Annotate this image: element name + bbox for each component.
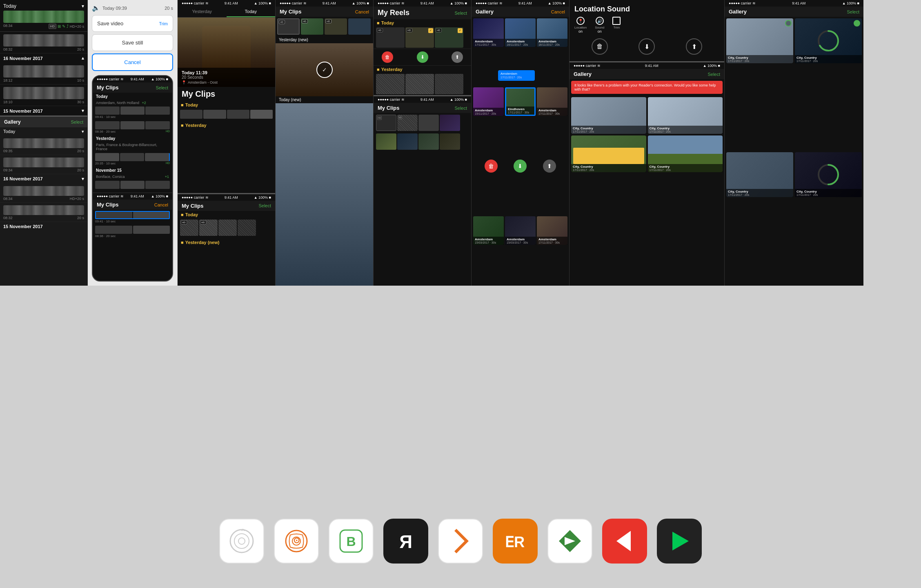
gallery-bottom-2[interactable]: Amsterdam 15/03/2017 · 30s xyxy=(505,216,536,245)
nov15-header-1[interactable]: 15 November 2017 ▾ xyxy=(0,106,87,115)
panel-gallery-cities: ●●●●● carrier ≋ 9:41 AM ▲ 100% ■ Gallery… xyxy=(472,0,570,286)
cancel-btn[interactable]: Cancel xyxy=(92,53,173,71)
gallery-nav-9: Gallery Select xyxy=(725,7,863,17)
carrier-5: ●●●●● carrier ≋ xyxy=(280,1,307,5)
app-icon-red-play[interactable] xyxy=(602,519,647,564)
carrier-6: ●●●●● carrier ≋ xyxy=(378,1,405,5)
share-action-2[interactable]: ⬆ xyxy=(452,51,463,63)
my-clips-title-4: My Clips xyxy=(182,89,215,98)
gallery-today-header[interactable]: Today ▾ xyxy=(0,127,87,136)
clip-list-4: ■Today ■Yesterday xyxy=(178,101,275,193)
gallery-time-1: 09:35 xyxy=(3,149,13,153)
app-icon-dark-green-play[interactable] xyxy=(657,519,702,564)
gallery-fireworks[interactable]: Amsterdam 17/11/2017 · 30s xyxy=(473,18,504,47)
tab-today-label: Today xyxy=(245,9,257,14)
gallery-bottom-3[interactable]: Amsterdam 17/11/2017 · 30s xyxy=(537,216,567,245)
battery-8: ▲ 100% ■ xyxy=(703,64,720,68)
city-item-2[interactable]: City, Country 17/11/2017 · 20s xyxy=(648,97,723,134)
gallery-select-8[interactable]: Select xyxy=(707,72,720,77)
app-icon-reel-orange[interactable]: ⊙ xyxy=(274,519,319,564)
panel-gallery-progress: ●●●●● carrier ≋ 9:41 AM ▲ 100% ■ Gallery… xyxy=(725,0,863,286)
save-still-btn[interactable]: Save still xyxy=(92,34,173,51)
my-clips-nav-4b: My Clips Select xyxy=(178,201,275,211)
my-reels-title: My Reels xyxy=(378,9,409,17)
share-circle-icon[interactable]: ⬆ xyxy=(686,38,702,55)
ts-1 xyxy=(180,110,202,119)
reels-select-btn[interactable]: Select xyxy=(454,11,467,16)
pi-2-date: 17/11/2017 · 20s xyxy=(796,60,860,62)
gallery-selected[interactable]: Amsterdam 17/11/2017 · 20s Eindhoven 17/… xyxy=(505,87,536,116)
pi-4-date: 17/11/2017 · 20s xyxy=(796,193,860,196)
gallery-concert[interactable]: Amsterdam 15/11/2017 · 20s xyxy=(473,87,504,116)
cancel-btn-3[interactable]: Cancel xyxy=(154,202,168,207)
share-action[interactable]: 🗑 xyxy=(382,51,393,63)
gallery-download-icon[interactable]: ⬇ xyxy=(514,160,527,173)
city-item-3[interactable]: City, Country 17/11/2017 · 20s xyxy=(571,135,646,172)
time-4b: 9:41 AM xyxy=(225,195,238,200)
today-header[interactable]: Today ▾ xyxy=(3,2,84,10)
select-btn-6b[interactable]: Select xyxy=(454,106,467,111)
blurred-grid-6b: HD Vh xyxy=(374,113,471,133)
cancel-btn-5[interactable]: Cancel xyxy=(355,9,369,14)
delete-circle-icon[interactable]: 🗑 xyxy=(592,38,608,55)
gallery-delete-icon[interactable]: 🗑 xyxy=(485,160,498,173)
app-icon-green-triangle[interactable] xyxy=(547,519,592,564)
progress-item-4[interactable]: City, Country 17/11/2017 · 20s xyxy=(795,152,862,197)
reels-today-text: Today xyxy=(381,20,394,25)
save-duration: 20 s xyxy=(165,6,173,11)
gallery-select-9[interactable]: Select xyxy=(847,9,859,14)
carrier-4b: ●●●●● carrier ≋ xyxy=(182,195,209,200)
location-toggle: 📍 Location on xyxy=(574,17,587,33)
reels-yesterday-grid xyxy=(374,73,471,95)
gallery-select-btn[interactable]: Select xyxy=(71,120,83,124)
gallery-bottom-1[interactable]: Amsterdam 15/03/2017 · 30s xyxy=(473,216,504,245)
download-action[interactable]: ⬇ xyxy=(417,51,428,63)
yesterday-location-2: Paris, France & Boulogne-Billancourt, Fr… xyxy=(93,142,172,152)
gallery-nov16-header[interactable]: 16 November 2017 ▾ xyxy=(0,174,87,184)
save-video-btn[interactable]: Save video Trim xyxy=(92,15,173,32)
download-icon: ⬇ xyxy=(417,51,428,63)
gallery-amsterdam-2[interactable]: Amsterdam 17/11/2017 · 30s xyxy=(537,87,567,116)
status-bar-6: ●●●●● carrier ≋ 9:41 AM ▲ 100% ■ xyxy=(374,0,471,7)
today-label: Today xyxy=(3,3,16,9)
tab-today[interactable]: Today xyxy=(227,7,276,17)
nov15-label-2: November 15 xyxy=(96,168,122,173)
gallery-cancel-7[interactable]: Cancel xyxy=(551,9,565,14)
select-btn-4b[interactable]: Select xyxy=(258,203,271,208)
pi-3-city: City, Country xyxy=(728,190,792,193)
gallery-dur-3: HD+20 s xyxy=(70,197,84,201)
progress-item-3[interactable]: City, Country 17/11/2017 · 20s xyxy=(726,152,793,197)
battery-5: ▲ 100% ■ xyxy=(352,1,369,5)
reels-action-bar: 🗑 ⬇ ⬆ xyxy=(374,49,471,66)
clip-duration-1: HD+20 s xyxy=(70,24,84,29)
city-item-1[interactable]: City, Country 17/11/2017 · 20s xyxy=(571,97,646,134)
tab-yesterday[interactable]: Yesterday xyxy=(178,7,227,17)
gallery-action[interactable]: Amsterdam 16/11/2017 · 20s xyxy=(537,18,567,47)
location-2: Amsterdam, North Holland +2 xyxy=(93,100,172,105)
gallery-waveform-1 xyxy=(3,138,84,148)
chevron-orange-svg xyxy=(446,527,475,555)
clip-icons: ⊞ ✎ ⤴ xyxy=(58,24,69,29)
download-circle-icon[interactable]: ⬇ xyxy=(638,38,655,55)
battery-4: ▲ 100% ■ xyxy=(254,1,271,5)
app-icon-re-orange[interactable]: ЯƎ xyxy=(493,519,538,564)
progress-item-1[interactable]: City, Country 17/11/2017 · 20s xyxy=(726,18,793,63)
gallery-share-icon[interactable]: ⬆ xyxy=(543,160,556,173)
app-icon-b-green[interactable]: B xyxy=(329,519,374,564)
time-4: 9:41 AM xyxy=(225,1,238,5)
gallery-amsterdam-1[interactable]: Amsterdam 16/11/2017 · 20s xyxy=(505,18,536,47)
app-icon-chevron-orange[interactable] xyxy=(438,519,483,564)
nov15-loc-text: Boniface, Corsica xyxy=(96,175,125,179)
dark-play-svg xyxy=(665,527,694,555)
progress-item-2[interactable]: City, Country 17/11/2017 · 20s xyxy=(795,18,862,63)
gallery-dur-2: 20 s xyxy=(77,168,84,172)
thumb-strip-row-1: 09:41 · 10 sec xyxy=(93,105,172,120)
city-item-4[interactable]: City, Country 17/11/2017 · 20s xyxy=(648,135,723,172)
time-6b: 9:41 AM xyxy=(420,98,434,102)
app-icon-circle-ring[interactable] xyxy=(219,519,264,564)
app-icon-reversed-r[interactable]: R xyxy=(383,519,428,564)
clip-item-4: 18:10 30 s xyxy=(0,84,87,106)
select-btn-2[interactable]: Select xyxy=(156,85,168,90)
nov16-header[interactable]: 16 November 2017 ▴ xyxy=(0,53,87,63)
gallery-clip-4: 08:32 20 s xyxy=(0,203,87,222)
